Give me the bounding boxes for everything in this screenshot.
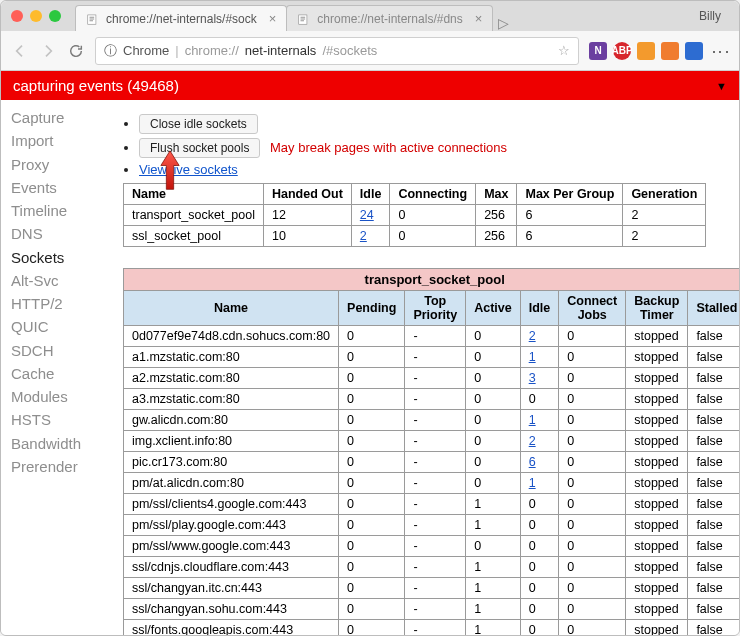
table-cell: 0 xyxy=(559,431,626,452)
browser-tab-0[interactable]: chrome://net-internals/#sock × xyxy=(75,5,287,31)
table-cell: - xyxy=(405,599,466,620)
table-cell: 0d077ef9e74d8.cdn.sohucs.com:80 xyxy=(124,326,339,347)
sidebar-item-bandwidth[interactable]: Bandwidth xyxy=(11,432,108,455)
table-cell: pic.cr173.com:80 xyxy=(124,452,339,473)
table-cell: 2 xyxy=(623,226,706,247)
site-info-icon[interactable]: ⓘ xyxy=(104,42,117,60)
table-cell: false xyxy=(688,536,739,557)
reload-button[interactable] xyxy=(67,42,85,60)
maximize-window-icon[interactable] xyxy=(49,10,61,22)
extension-icon[interactable] xyxy=(661,42,679,60)
table-cell: 0 xyxy=(520,557,559,578)
column-header: ConnectJobs xyxy=(559,291,626,326)
table-cell: false xyxy=(688,515,739,536)
pool-table-title: transport_socket_pool xyxy=(124,269,740,291)
table-cell: 10 xyxy=(264,226,352,247)
banner-text: capturing events (49468) xyxy=(13,77,179,94)
sidebar-item-cache[interactable]: Cache xyxy=(11,362,108,385)
sidebar-item-proxy[interactable]: Proxy xyxy=(11,153,108,176)
browser-menu-button[interactable]: ⋮ xyxy=(710,43,732,59)
forward-button[interactable] xyxy=(39,42,57,60)
table-cell: 0 xyxy=(466,431,521,452)
capture-banner[interactable]: capturing events (49468) ▼ xyxy=(1,71,739,100)
column-header: Idle xyxy=(520,291,559,326)
minimize-window-icon[interactable] xyxy=(30,10,42,22)
table-cell: false xyxy=(688,452,739,473)
table-cell: false xyxy=(688,473,739,494)
table-cell: 0 xyxy=(559,557,626,578)
close-tab-icon[interactable]: × xyxy=(269,11,277,26)
sidebar-item-modules[interactable]: Modules xyxy=(11,385,108,408)
sidebar-item-prerender[interactable]: Prerender xyxy=(11,455,108,478)
table-cell: stopped xyxy=(626,620,688,637)
sidebar-item-http-2[interactable]: HTTP/2 xyxy=(11,292,108,315)
profile-name[interactable]: Billy xyxy=(699,9,729,23)
table-cell: pm/ssl/www.google.com:443 xyxy=(124,536,339,557)
tab-strip: chrome://net-internals/#sock × chrome://… xyxy=(75,1,699,31)
table-cell: 0 xyxy=(339,473,405,494)
column-header: Connecting xyxy=(390,184,476,205)
sidebar-item-sockets[interactable]: Sockets xyxy=(11,246,108,269)
sidebar-item-events[interactable]: Events xyxy=(11,176,108,199)
idle-count-link[interactable]: 24 xyxy=(360,208,374,222)
close-window-icon[interactable] xyxy=(11,10,23,22)
idle-count-link[interactable]: 2 xyxy=(360,229,367,243)
table-cell: false xyxy=(688,578,739,599)
new-tab-button[interactable]: ▷ xyxy=(492,15,514,31)
sidebar-item-import[interactable]: Import xyxy=(11,129,108,152)
table-cell: a3.mzstatic.com:80 xyxy=(124,389,339,410)
idle-count-link[interactable]: 2 xyxy=(529,434,536,448)
sidebar-item-quic[interactable]: QUIC xyxy=(11,315,108,338)
table-cell: - xyxy=(405,347,466,368)
flush-socket-pools-button[interactable]: Flush socket pools xyxy=(139,138,260,158)
view-live-sockets-link[interactable]: View live sockets xyxy=(139,162,238,177)
idle-count-link[interactable]: 1 xyxy=(529,476,536,490)
sidebar-item-timeline[interactable]: Timeline xyxy=(11,199,108,222)
table-cell: a1.mzstatic.com:80 xyxy=(124,347,339,368)
bookmark-star-icon[interactable]: ☆ xyxy=(558,43,570,58)
extension-icon[interactable] xyxy=(637,42,655,60)
table-cell: 0 xyxy=(559,494,626,515)
back-button[interactable] xyxy=(11,42,29,60)
sidebar-item-alt-svc[interactable]: Alt-Svc xyxy=(11,269,108,292)
sidebar-item-hsts[interactable]: HSTS xyxy=(11,408,108,431)
extension-icon[interactable] xyxy=(685,42,703,60)
column-header: Active xyxy=(466,291,521,326)
table-row: a3.mzstatic.com:800-000stoppedfalse xyxy=(124,389,740,410)
address-bar[interactable]: ⓘ Chrome | chrome://net-internals/#socke… xyxy=(95,37,579,65)
close-tab-icon[interactable]: × xyxy=(475,11,483,26)
idle-count-link[interactable]: 6 xyxy=(529,455,536,469)
table-cell: ssl/fonts.googleapis.com:443 xyxy=(124,620,339,637)
sidebar-item-dns[interactable]: DNS xyxy=(11,222,108,245)
table-cell: stopped xyxy=(626,452,688,473)
table-cell: 0 xyxy=(559,326,626,347)
sidebar-item-capture[interactable]: Capture xyxy=(11,106,108,129)
table-cell: pm/ssl/play.google.com:443 xyxy=(124,515,339,536)
table-cell: false xyxy=(688,410,739,431)
idle-count-link[interactable]: 1 xyxy=(529,350,536,364)
column-header: Max xyxy=(476,184,517,205)
table-cell: stopped xyxy=(626,494,688,515)
close-idle-sockets-button[interactable]: Close idle sockets xyxy=(139,114,258,134)
table-cell: 3 xyxy=(520,368,559,389)
table-row: ssl_socket_pool102025662 xyxy=(124,226,706,247)
table-row: pm/ssl/www.google.com:4430-000stoppedfal… xyxy=(124,536,740,557)
table-cell: - xyxy=(405,536,466,557)
banner-dropdown-icon[interactable]: ▼ xyxy=(716,80,727,92)
table-cell: 1 xyxy=(520,347,559,368)
table-cell: false xyxy=(688,620,739,637)
idle-count-link[interactable]: 2 xyxy=(529,329,536,343)
table-cell: stopped xyxy=(626,557,688,578)
url-path: /#sockets xyxy=(322,43,377,58)
idle-count-link[interactable]: 3 xyxy=(529,371,536,385)
action-list: Close idle sockets Flush socket pools Ma… xyxy=(139,114,725,177)
extension-onenote-icon[interactable]: N xyxy=(589,42,607,60)
sidebar-item-sdch[interactable]: SDCH xyxy=(11,339,108,362)
table-cell: - xyxy=(405,368,466,389)
svg-rect-1 xyxy=(299,14,307,23)
table-cell: 0 xyxy=(559,347,626,368)
idle-count-link[interactable]: 1 xyxy=(529,413,536,427)
table-cell: 0 xyxy=(339,515,405,536)
extension-adblock-icon[interactable]: ABP xyxy=(613,42,631,60)
browser-tab-1[interactable]: chrome://net-internals/#dns × xyxy=(286,5,493,31)
